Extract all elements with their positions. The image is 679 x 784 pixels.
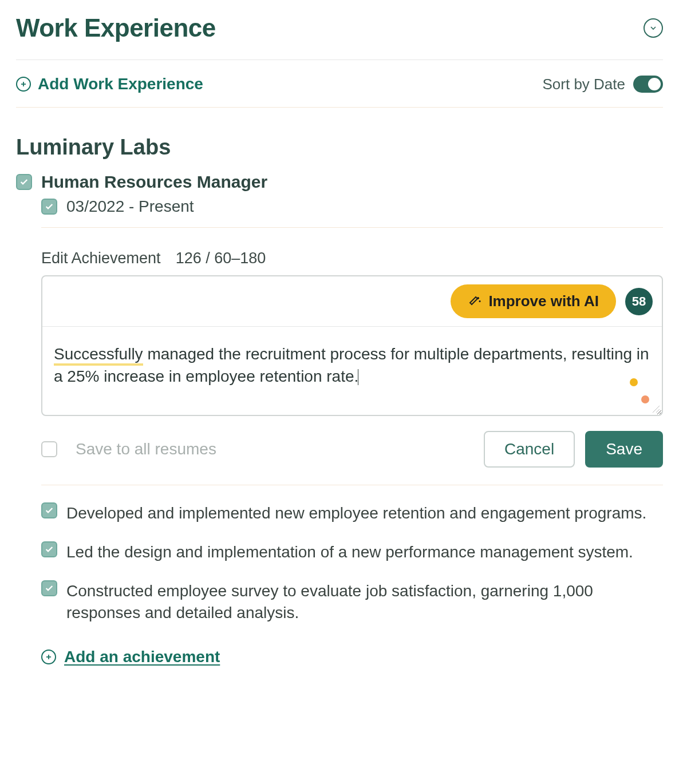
section-title: Work Experience xyxy=(16,14,216,42)
achievement-text: Led the design and implementation of a n… xyxy=(66,541,663,563)
sort-control: Sort by Date xyxy=(542,76,663,93)
char-count: 126 / 60–180 xyxy=(176,250,266,267)
cancel-button[interactable]: Cancel xyxy=(484,431,575,468)
improve-label: Improve with AI xyxy=(488,292,599,310)
sort-label: Sort by Date xyxy=(542,76,625,93)
wand-icon xyxy=(468,295,481,308)
date-row: 03/2022 - Present xyxy=(41,197,663,228)
svg-line-8 xyxy=(659,412,660,413)
svg-line-6 xyxy=(653,406,660,413)
date-range: 03/2022 - Present xyxy=(66,197,194,216)
job-title: Human Resources Manager xyxy=(41,172,267,192)
score-badge: 58 xyxy=(625,288,653,315)
sort-toggle[interactable] xyxy=(633,76,663,93)
plus-circle-icon xyxy=(41,650,56,664)
date-checkbox[interactable] xyxy=(41,199,57,215)
improve-with-ai-button[interactable]: Improve with AI xyxy=(451,284,616,318)
add-achievement-label: Add an achievement xyxy=(64,648,220,666)
section-header: Work Experience xyxy=(16,14,663,60)
achievement-text: Developed and implemented new employee r… xyxy=(66,502,663,524)
add-achievement-link[interactable]: Add an achievement xyxy=(41,648,663,666)
indicator-dot-yellow xyxy=(630,378,638,386)
check-icon xyxy=(45,584,54,593)
check-icon xyxy=(19,177,29,187)
text-caret xyxy=(358,369,358,385)
collapse-button[interactable] xyxy=(644,18,663,38)
add-work-experience-link[interactable]: Add Work Experience xyxy=(16,75,203,93)
resize-handle-icon[interactable] xyxy=(652,405,661,414)
check-icon xyxy=(45,545,54,554)
save-all-label: Save to all resumes xyxy=(76,440,216,458)
achievement-checkbox[interactable] xyxy=(41,580,57,596)
job-title-row: Human Resources Manager xyxy=(16,172,663,192)
check-icon xyxy=(45,202,54,211)
add-work-experience-label: Add Work Experience xyxy=(38,75,203,93)
achievement-item: Led the design and implementation of a n… xyxy=(41,541,663,563)
achievement-text: Constructed employee survey to evaluate … xyxy=(66,580,663,624)
plus-circle-icon xyxy=(16,77,31,92)
edit-achievement-label: Edit Achievement xyxy=(41,250,161,267)
achievement-checkbox[interactable] xyxy=(41,502,57,518)
achievement-checkbox[interactable] xyxy=(41,541,57,557)
job-checkbox[interactable] xyxy=(16,174,32,190)
svg-line-7 xyxy=(656,409,660,413)
indicator-dot-orange xyxy=(641,395,649,403)
editor-header: Improve with AI 58 xyxy=(42,276,662,327)
action-row: Save to all resumes Cancel Save xyxy=(41,431,663,485)
save-button[interactable]: Save xyxy=(585,431,663,468)
chevron-down-icon xyxy=(649,23,658,33)
achievement-text: managed the recruitment process for mult… xyxy=(54,345,649,385)
achievement-item: Constructed employee survey to evaluate … xyxy=(41,580,663,624)
edit-label-row: Edit Achievement 126 / 60–180 xyxy=(41,250,663,267)
check-icon xyxy=(45,506,54,515)
toolbar: Add Work Experience Sort by Date xyxy=(16,60,663,108)
highlight-word: Successfully xyxy=(54,345,143,366)
save-all-checkbox[interactable] xyxy=(41,441,57,457)
achievement-editor: Improve with AI 58 Successfully managed … xyxy=(41,275,663,416)
achievement-item: Developed and implemented new employee r… xyxy=(41,502,663,524)
company-name: Luminary Labs xyxy=(16,135,663,160)
achievement-textarea[interactable]: Successfully managed the recruitment pro… xyxy=(42,327,662,415)
